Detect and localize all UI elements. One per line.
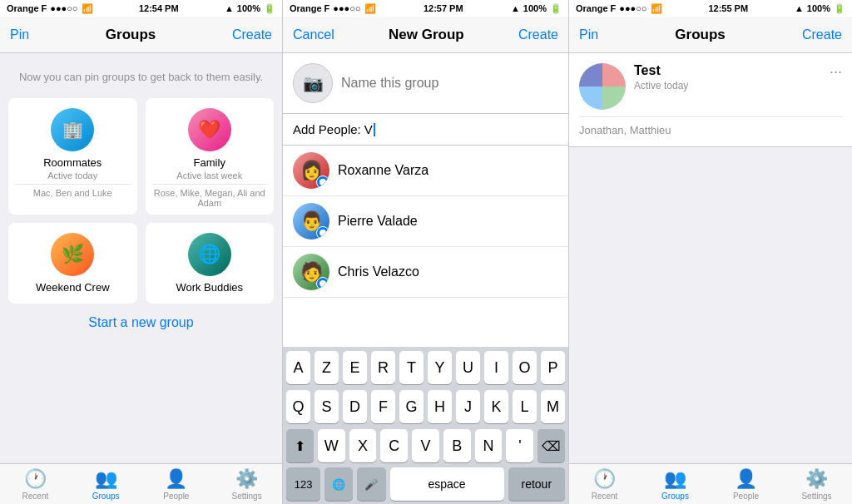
messenger-badge-chris [316, 277, 329, 290]
add-people-input[interactable]: V [364, 122, 375, 136]
clock-icon: 🕐 [24, 468, 47, 490]
key-u[interactable]: U [456, 351, 480, 384]
avatar-q1 [579, 63, 602, 86]
key-t[interactable]: T [399, 351, 424, 384]
tab-recent-right[interactable]: 🕐 Recent [569, 468, 640, 501]
key-j[interactable]: J [456, 390, 480, 423]
key-shift[interactable]: ⬆ [286, 429, 314, 462]
key-n[interactable]: N [475, 429, 503, 462]
key-r[interactable]: R [371, 351, 395, 384]
status-bar-middle: Orange F ●●●○○ 📶 12:57 PM ▲ 100% 🔋 [283, 0, 568, 17]
cancel-button[interactable]: Cancel [293, 27, 334, 42]
contact-item-chris[interactable]: 🧑 Chris Velazco [283, 247, 568, 298]
location-icon-left: ▲ [225, 3, 234, 13]
left-panel: Orange F ●●●○○ 📶 12:54 PM ▲ 100% 🔋 Pin G… [0, 0, 283, 504]
pin-button-left[interactable]: Pin [10, 27, 29, 42]
key-space[interactable]: espace [390, 467, 504, 501]
pin-button-right[interactable]: Pin [579, 27, 598, 42]
key-h[interactable]: H [428, 390, 452, 423]
nav-bar-right: Pin Groups Create [569, 17, 852, 53]
tab-recent-left[interactable]: 🕐 Recent [0, 468, 71, 501]
group-card-work[interactable]: 🌐 Work Buddies [146, 223, 275, 304]
key-x[interactable]: X [349, 429, 377, 462]
key-delete[interactable]: ⌫ [537, 429, 565, 462]
carrier-left: Orange F [7, 3, 47, 13]
key-y[interactable]: Y [428, 351, 452, 384]
key-d[interactable]: D [343, 390, 367, 423]
key-o[interactable]: O [513, 351, 537, 384]
tab-bar-right: 🕐 Recent 👥 Groups 👤 People ⚙️ Settings [569, 463, 852, 504]
group-name-input[interactable] [341, 76, 558, 91]
signal-icon-right: ●●●○○ [619, 3, 646, 13]
group-card-roommates[interactable]: 🏢 Roommates Active today Mac, Ben and Lu… [8, 98, 137, 215]
right-group-card[interactable]: Test Active today ··· Jonathan, Matthieu [569, 53, 852, 147]
key-m[interactable]: M [541, 390, 565, 423]
key-w[interactable]: W [318, 429, 345, 462]
add-people-label: Add People: [293, 122, 361, 136]
dots-menu-right[interactable]: ··· [830, 63, 842, 81]
key-l[interactable]: L [513, 390, 537, 423]
tab-label-recent-left: Recent [22, 492, 49, 501]
key-z[interactable]: Z [315, 351, 339, 384]
tab-groups-right[interactable]: 👥 Groups [640, 468, 711, 501]
group-card-family[interactable]: ❤️ Family Active last week Rose, Mike, M… [146, 98, 275, 215]
contact-name-pierre: Pierre Valade [338, 214, 418, 229]
people-icon-left: 👤 [165, 468, 187, 490]
contact-item-roxanne[interactable]: 👩 Roxanne Varza [283, 146, 568, 196]
location-icon-middle: ▲ [511, 3, 520, 13]
key-g[interactable]: G [399, 390, 424, 423]
tab-label-people-left: People [163, 492, 189, 501]
key-e[interactable]: E [343, 351, 367, 384]
group-avatar-family: ❤️ [188, 108, 231, 151]
key-mic[interactable]: 🎤 [357, 467, 385, 501]
create-button-middle[interactable]: Create [518, 27, 558, 42]
right-empty-space [569, 147, 852, 463]
group-name-family: Family [194, 156, 225, 169]
key-a[interactable]: A [286, 351, 310, 384]
right-group-members: Jonathan, Matthieu [579, 116, 842, 136]
key-i[interactable]: I [484, 351, 508, 384]
group-members-roommates: Mac, Ben and Luke [15, 184, 131, 198]
key-c[interactable]: C [380, 429, 408, 462]
contact-item-pierre[interactable]: 👨 Pierre Valade [283, 196, 568, 247]
key-numbers[interactable]: 123 [286, 467, 320, 501]
group-avatar-roommates: 🏢 [51, 108, 94, 151]
key-p[interactable]: P [541, 351, 565, 384]
contact-name-roxanne: Roxanne Varza [338, 163, 428, 178]
status-bar-right: Orange F ●●●○○ 📶 12:55 PM ▲ 100% 🔋 [569, 0, 852, 17]
tab-people-right[interactable]: 👤 People [711, 468, 781, 501]
tab-people-left[interactable]: 👤 People [141, 468, 212, 501]
key-globe[interactable]: 🌐 [324, 467, 353, 501]
avatar-q4 [602, 86, 626, 110]
key-s[interactable]: S [315, 390, 339, 423]
start-group-button[interactable]: Start a new group [8, 315, 274, 330]
key-v[interactable]: V [412, 429, 439, 462]
tab-groups-left[interactable]: 👥 Groups [71, 468, 141, 501]
weekend-icon: 🌿 [62, 244, 84, 265]
keyboard-row-2: Q S D F G H J K L M [283, 386, 568, 425]
wifi-icon: 📶 [82, 3, 93, 14]
key-k[interactable]: K [484, 390, 508, 423]
key-b[interactable]: B [443, 429, 471, 462]
tab-settings-right[interactable]: ⚙️ Settings [781, 468, 852, 501]
battery-icon-middle: 🔋 [550, 3, 562, 14]
group-card-weekend[interactable]: 🌿 Weekend Crew [8, 223, 137, 304]
building-icon: 🏢 [62, 120, 83, 140]
create-button-left[interactable]: Create [232, 27, 272, 42]
tab-settings-left[interactable]: ⚙️ Settings [211, 468, 282, 501]
groups-content: Now you can pin groups to get back to th… [0, 53, 282, 463]
avatar-q2 [602, 63, 626, 86]
group-avatar-weekend: 🌿 [51, 233, 94, 276]
text-cursor [374, 123, 375, 136]
key-q[interactable]: Q [286, 390, 310, 423]
create-button-right[interactable]: Create [802, 27, 842, 42]
tab-label-groups-right: Groups [661, 492, 689, 501]
contact-avatar-pierre: 👨 [293, 203, 329, 240]
key-f[interactable]: F [371, 390, 395, 423]
key-apostrophe[interactable]: ' [506, 429, 533, 462]
contact-avatar-chris: 🧑 [293, 254, 329, 290]
key-return[interactable]: retour [508, 467, 565, 501]
contact-list: 👩 Roxanne Varza 👨 Pierre Valade 🧑 [283, 146, 568, 347]
middle-panel: Orange F ●●●○○ 📶 12:57 PM ▲ 100% 🔋 Cance… [283, 0, 569, 504]
camera-icon[interactable]: 📷 [293, 63, 333, 103]
